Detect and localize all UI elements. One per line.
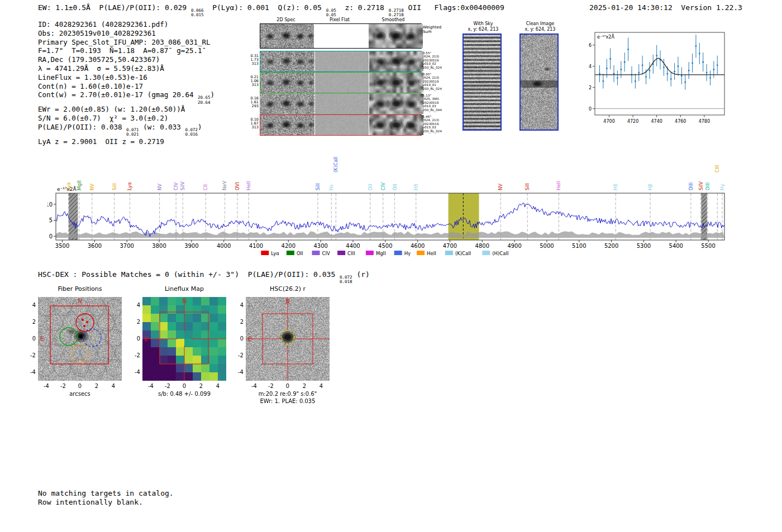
svg-text:4900: 4900 xyxy=(507,243,521,249)
stacked-uncertainty: 0.050.05 xyxy=(326,8,336,18)
footer-note-2: Row intentionally blank. xyxy=(38,498,143,506)
svg-text:SiII: SiII xyxy=(315,183,321,190)
spec2d-row-annotation: 0.95"(624, 213)20230519v010_01203_RL_024 xyxy=(423,73,449,90)
x-tick-label: 0 xyxy=(281,383,294,389)
spectrum-x-ticks: 3500360037003800390040004100420043004400… xyxy=(55,240,716,249)
y-tick-label: 2 xyxy=(21,319,36,325)
spec2d-row-left-label: 0.161.61293 xyxy=(247,97,259,109)
fiber-title: Fiber Positions xyxy=(38,285,122,293)
y-tick-label: 4 xyxy=(21,302,36,308)
info-line-4: F=1.7" T=0.193 N̄=1.18 A=0.87̄ g=25.1̄ xyxy=(38,46,214,55)
x-tick-label: -4 xyxy=(40,383,53,389)
svg-text:5500: 5500 xyxy=(701,243,715,249)
spec2d-row xyxy=(260,72,422,93)
x-tick-label: 2 xyxy=(194,383,208,389)
svg-text:Hγ: Hγ xyxy=(404,251,411,256)
x-tick-label: 2 xyxy=(90,383,103,389)
svg-text:4500: 4500 xyxy=(378,243,392,249)
info-line-1: ID: 4028292361 (4028292361.pdf) xyxy=(38,20,214,29)
svg-text:(H)CaII: (H)CaII xyxy=(492,251,508,256)
svg-text:CIV: CIV xyxy=(380,183,386,190)
spectrum-y-ticks: 0510 xyxy=(47,202,56,239)
spec2d-row-left-label: 0.211.06313 xyxy=(247,75,259,88)
full-spectrum-panel: 0510350036003700380039004000410042004300… xyxy=(47,141,735,260)
svg-text:4740: 4740 xyxy=(651,119,662,124)
clean-image-panel: Clean Image x, y: 624, 213 xyxy=(519,21,561,131)
svg-text:5000: 5000 xyxy=(540,243,554,249)
info-line-7: LineFlux = 1.30(±0.53)e-16 xyxy=(38,73,214,82)
svg-text:Hδ: Hδ xyxy=(613,184,618,190)
svg-text:4800: 4800 xyxy=(475,243,489,249)
info-line-12: P(LAE)/P(OII): 0.038 0.0710.021 (w: 0.03… xyxy=(38,123,214,137)
svg-text:OVI: OVI xyxy=(235,182,240,190)
svg-text:HeII: HeII xyxy=(246,181,251,190)
with-sky-title: With Sky xyxy=(462,21,504,27)
stacked-uncertainty: 0.0720.016 xyxy=(185,128,198,137)
clean-image-coords: x, y: 624, 213 xyxy=(519,27,561,32)
line-fit-chart-panel: 024647004720474047604780e⁻¹⁷x2Å xyxy=(581,28,729,128)
spec2d-row xyxy=(260,51,422,72)
svg-text:3900: 3900 xyxy=(184,243,198,249)
y-tick-label: -2 xyxy=(21,352,36,358)
svg-text:4700: 4700 xyxy=(443,243,457,249)
svg-text:4400: 4400 xyxy=(346,243,360,249)
svg-text:4: 4 xyxy=(589,64,592,69)
svg-text:4600: 4600 xyxy=(411,243,425,249)
spec2d-col-header: Smoothed xyxy=(367,17,419,22)
svg-text:CIV: CIV xyxy=(322,251,330,256)
svg-text:2: 2 xyxy=(589,85,592,90)
hsc-overlay: NE xyxy=(246,297,330,381)
lineflux-title: Lineflux Map xyxy=(142,285,226,293)
svg-text:5200: 5200 xyxy=(604,243,618,249)
clean-image xyxy=(519,33,559,131)
stacked-uncertainty: 0.27180.2718 xyxy=(389,8,404,18)
svg-text:NV: NV xyxy=(498,184,503,190)
hsc-cutout: HSC(26.2) rNE-4-4-2-2002244m:20.2 re:0.9… xyxy=(228,282,347,402)
weighted-sum-spec-image xyxy=(260,24,314,48)
stacked-uncertainty: 0.0660.015 xyxy=(191,8,204,18)
spec2d-row1-flat-image xyxy=(315,51,369,71)
x-tick-label: 0 xyxy=(178,383,191,389)
y-tick-label: -4 xyxy=(229,369,244,375)
svg-text:5300: 5300 xyxy=(637,243,651,249)
svg-text:Lyα: Lyα xyxy=(66,182,71,190)
hsc-xlabel2: EWr: 1. PLAE: 0.035 xyxy=(232,398,344,404)
spec2d-col-header: Pixel Flat xyxy=(313,17,366,22)
spec2d-row4-flat-image xyxy=(315,115,369,135)
spec2d-row2-smoothed-image xyxy=(369,73,423,93)
detection-centroid-dot xyxy=(79,335,83,338)
svg-text:CIII: CIII xyxy=(347,251,355,256)
y-tick-label: -4 xyxy=(126,369,140,375)
svg-text:6: 6 xyxy=(589,43,592,48)
header-timestamp-version: 2025-01-20 14:30:12 Version 1.22.3 xyxy=(589,3,742,12)
svg-text:MgII: MgII xyxy=(376,251,386,256)
spec2d-row2-spec-image xyxy=(260,73,314,93)
svg-text:Lyα: Lyα xyxy=(127,182,132,190)
y-tick-label: 4 xyxy=(126,302,140,308)
svg-text:Hβ: Hβ xyxy=(647,184,653,190)
spec2d-row xyxy=(260,93,422,114)
svg-text:0: 0 xyxy=(589,107,592,112)
svg-text:4300: 4300 xyxy=(313,243,327,249)
with-sky-coords: x, y: 624, 213 xyxy=(462,27,504,32)
footer-note-1: No matching targets in catalog. xyxy=(38,489,174,497)
x-tick-label: -2 xyxy=(161,383,174,389)
info-line-3: Primary Spec_Slot_IFU_AMP: 203_086_031_R… xyxy=(38,38,214,47)
east-label: E xyxy=(40,336,44,342)
spec2d-row3-spec-image xyxy=(260,94,314,114)
spec2d-row1-smoothed-image xyxy=(369,51,423,71)
with-sky-panel: With Sky x, y: 624, 213 xyxy=(462,21,504,131)
svg-text:5100: 5100 xyxy=(572,243,586,249)
x-tick-labels: 47004720474047604780 xyxy=(603,115,710,124)
masked-region-band xyxy=(701,193,707,240)
svg-text:OII: OII xyxy=(297,251,303,256)
spec2d-row3-smoothed-image xyxy=(369,94,423,114)
hsc-title: HSC(26.2) r xyxy=(246,285,330,293)
y-tick-label: 2 xyxy=(229,319,244,325)
stacked-uncertainty: 0.0710.021 xyxy=(126,128,139,137)
svg-text:4200: 4200 xyxy=(282,243,295,249)
x-tick-label: 2 xyxy=(298,383,311,389)
spectrum-legend: LyαOIICIVCIIIMgIIHγHeII(K)CaII(H)CaII xyxy=(261,251,508,256)
svg-text:4760: 4760 xyxy=(675,119,686,124)
spec2d-row-annotation: 0.55"(624, 213)20230519v010_02203_RL_024 xyxy=(423,51,449,69)
